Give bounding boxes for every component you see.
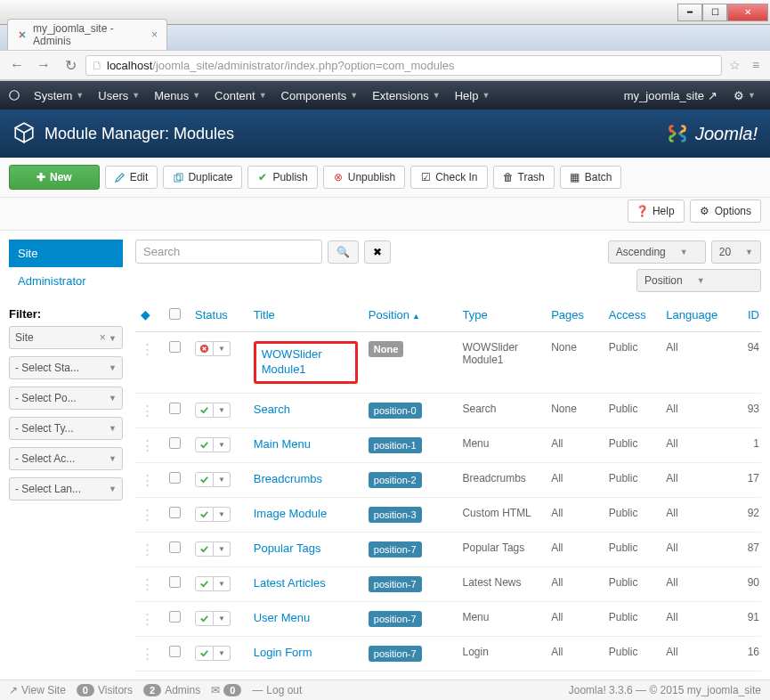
new-button[interactable]: ✚New xyxy=(9,165,100,190)
search-input[interactable]: Search xyxy=(135,240,322,264)
th-pages[interactable]: Pages xyxy=(546,299,604,332)
title-cell[interactable]: Login Form xyxy=(248,636,363,671)
menu-icon[interactable]: ≡ xyxy=(747,56,765,74)
search-submit-button[interactable]: 🔍 xyxy=(328,240,359,264)
title-cell[interactable]: Popular Tags xyxy=(248,532,363,566)
th-title[interactable]: Title xyxy=(248,299,363,332)
drag-handle-icon[interactable]: ⋮ xyxy=(141,341,154,357)
browser-tab[interactable]: my_joomla_site - Adminis × xyxy=(7,19,167,50)
drag-handle-icon[interactable]: ⋮ xyxy=(141,646,154,662)
th-id[interactable]: ID xyxy=(734,299,761,332)
row-checkbox[interactable] xyxy=(169,576,181,588)
row-checkbox[interactable] xyxy=(169,646,181,657)
tab-close-icon[interactable]: × xyxy=(151,28,158,41)
row-checkbox[interactable] xyxy=(169,403,181,414)
filter-select-0[interactable]: - Select Sta...▼ xyxy=(9,356,123,379)
drag-handle-icon[interactable]: ⋮ xyxy=(141,472,154,488)
menu-menus[interactable]: Menus▼ xyxy=(147,89,207,102)
row-checkbox[interactable] xyxy=(169,541,181,553)
search-clear-button[interactable]: ✖ xyxy=(364,240,391,264)
forward-button[interactable]: → xyxy=(32,53,55,77)
maximize-button[interactable]: ☐ xyxy=(702,4,727,21)
row-checkbox[interactable] xyxy=(169,611,181,623)
menu-help[interactable]: Help▼ xyxy=(448,89,498,102)
drag-handle-icon[interactable]: ⋮ xyxy=(141,541,154,558)
chevron-down-icon[interactable]: ▼ xyxy=(214,341,231,356)
menu-components[interactable]: Components▼ xyxy=(274,89,366,102)
batch-button[interactable]: ▦Batch xyxy=(560,166,622,189)
title-cell[interactable]: User Menu xyxy=(248,601,363,636)
status-toggle[interactable]: ▼ xyxy=(195,437,243,452)
title-cell[interactable]: WOWSlider Module1 xyxy=(248,332,363,394)
window-close-button[interactable]: ✕ xyxy=(727,4,768,21)
row-checkbox[interactable] xyxy=(169,507,181,518)
drag-handle-icon[interactable]: ⋮ xyxy=(141,576,154,592)
th-language[interactable]: Language xyxy=(661,299,734,332)
unpublish-button[interactable]: ⊗Unpublish xyxy=(323,166,405,189)
status-toggle[interactable]: ▼ xyxy=(195,611,243,626)
menu-system[interactable]: System▼ xyxy=(27,89,91,102)
back-button[interactable]: ← xyxy=(5,53,28,77)
chevron-down-icon[interactable]: ▼ xyxy=(214,403,231,418)
status-toggle[interactable]: ▼ xyxy=(195,341,243,356)
status-toggle[interactable]: ▼ xyxy=(195,403,243,418)
drag-handle-icon[interactable]: ⋮ xyxy=(141,437,154,453)
row-checkbox[interactable] xyxy=(169,472,181,484)
help-button[interactable]: ❓Help xyxy=(628,199,685,223)
chevron-down-icon[interactable]: ▼ xyxy=(214,472,231,487)
drag-handle-icon[interactable]: ⋮ xyxy=(141,403,154,419)
row-checkbox[interactable] xyxy=(169,437,181,449)
chevron-down-icon[interactable]: ▼ xyxy=(214,507,231,522)
menu-content[interactable]: Content▼ xyxy=(207,89,273,102)
status-toggle[interactable]: ▼ xyxy=(195,646,243,661)
th-position[interactable]: Position xyxy=(363,299,458,332)
sidebar-tab-site[interactable]: Site xyxy=(9,240,123,267)
minimize-button[interactable]: ━ xyxy=(677,4,702,21)
chevron-down-icon[interactable]: ▼ xyxy=(214,437,231,452)
sort-order-icon[interactable]: ◆ xyxy=(141,307,150,322)
order-select[interactable]: Ascending▼ xyxy=(608,240,706,264)
status-toggle[interactable]: ▼ xyxy=(195,576,243,591)
clear-icon[interactable]: × xyxy=(100,331,106,344)
drag-handle-icon[interactable]: ⋮ xyxy=(141,507,154,523)
filter-site[interactable]: Site × ▼ xyxy=(9,326,123,349)
chevron-down-icon[interactable]: ▼ xyxy=(214,611,231,626)
title-cell[interactable]: Main Menu xyxy=(248,427,363,462)
status-toggle[interactable]: ▼ xyxy=(195,472,243,487)
filter-select-2[interactable]: - Select Ty...▼ xyxy=(9,417,123,440)
th-access[interactable]: Access xyxy=(604,299,661,332)
bookmark-icon[interactable]: ☆ xyxy=(725,56,743,74)
filter-select-4[interactable]: - Select Lan...▼ xyxy=(9,477,123,501)
chevron-down-icon[interactable]: ▼ xyxy=(214,646,231,661)
publish-button[interactable]: ✔Publish xyxy=(247,166,317,189)
status-toggle[interactable]: ▼ xyxy=(195,541,243,557)
title-cell[interactable]: Image Module xyxy=(248,497,363,532)
duplicate-button[interactable]: Duplicate xyxy=(163,166,242,189)
sidebar-tab-administrator[interactable]: Administrator xyxy=(9,267,123,295)
sort-by-select[interactable]: Position▼ xyxy=(636,269,761,292)
settings-gear[interactable]: ⚙▼ xyxy=(726,89,763,102)
title-cell[interactable]: Search xyxy=(248,393,363,427)
menu-extensions[interactable]: Extensions▼ xyxy=(365,89,448,102)
title-cell[interactable]: Latest Articles xyxy=(248,566,363,601)
chevron-down-icon[interactable]: ▼ xyxy=(214,576,231,591)
reload-button[interactable]: ↻ xyxy=(59,53,82,77)
joomla-icon[interactable] xyxy=(7,88,21,102)
menu-users[interactable]: Users▼ xyxy=(91,89,147,102)
th-status[interactable]: Status xyxy=(190,299,248,332)
title-cell[interactable]: Breadcrumbs xyxy=(248,462,363,497)
filter-select-1[interactable]: - Select Po...▼ xyxy=(9,387,123,410)
select-all-checkbox[interactable] xyxy=(169,308,181,320)
options-button[interactable]: ⚙Options xyxy=(690,199,761,223)
limit-select[interactable]: 20▼ xyxy=(711,240,761,264)
trash-button[interactable]: 🗑Trash xyxy=(493,166,555,189)
status-toggle[interactable]: ▼ xyxy=(195,507,243,522)
filter-select-3[interactable]: - Select Ac...▼ xyxy=(9,447,123,470)
row-checkbox[interactable] xyxy=(169,341,181,353)
checkin-button[interactable]: ☑Check In xyxy=(410,166,487,189)
edit-button[interactable]: Edit xyxy=(105,166,158,189)
drag-handle-icon[interactable]: ⋮ xyxy=(141,611,154,627)
chevron-down-icon[interactable]: ▼ xyxy=(214,541,231,557)
th-type[interactable]: Type xyxy=(457,299,546,332)
url-field[interactable]: 🗋 localhost/joomla_site/administrator/in… xyxy=(85,55,722,76)
